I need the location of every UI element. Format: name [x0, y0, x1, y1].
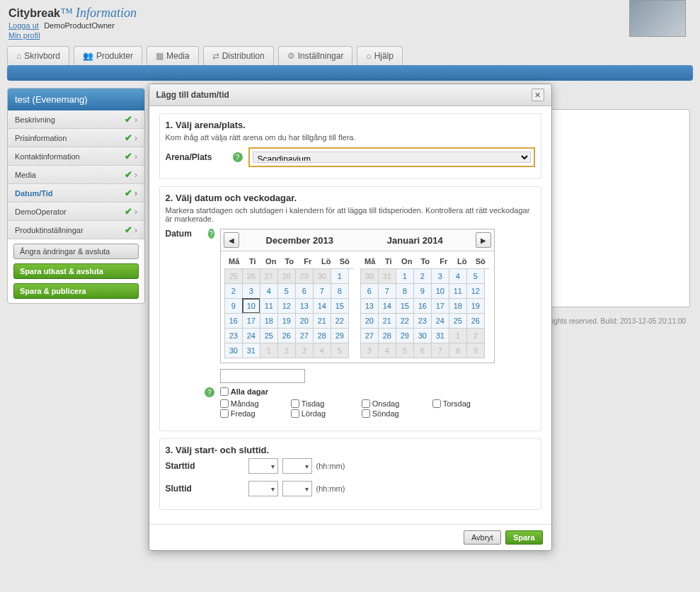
main-tabs: ⌂Skrivbord👥Produkter▦Media⇄Distribution⚙… [0, 43, 700, 65]
calendar-day[interactable]: 10 [242, 298, 260, 314]
tab-hjälp[interactable]: ⌂Hjälp [357, 46, 403, 65]
calendar-day[interactable]: 2 [224, 283, 243, 299]
calendar-day[interactable]: 11 [449, 283, 467, 299]
calendar-day[interactable]: 16 [224, 313, 243, 328]
calendar-day[interactable]: 12 [277, 298, 296, 314]
weekday-header: Fr [435, 254, 453, 268]
tab-icon: ⚙ [287, 51, 295, 61]
tab-skrivbord[interactable]: ⌂Skrivbord [7, 46, 69, 65]
weekday-header: To [416, 254, 435, 268]
sidebar-item-prisinformation[interactable]: Prisinformation✔› [8, 129, 144, 147]
calendar-day[interactable]: 14 [378, 298, 396, 314]
weekday-header: Må [225, 254, 243, 268]
calendar-day[interactable]: 24 [431, 313, 449, 328]
tab-media[interactable]: ▦Media [147, 46, 199, 65]
sidebar-title: test (Evenemang) [8, 89, 144, 110]
calendar-day[interactable]: 3 [431, 268, 449, 284]
calendar-day[interactable]: 6 [295, 283, 314, 299]
calendar-day[interactable]: 22 [331, 313, 349, 328]
logout-link[interactable]: Logga ut [8, 21, 39, 30]
calendar-day[interactable]: 10 [431, 283, 449, 299]
close-icon[interactable]: ✕ [532, 89, 544, 101]
calendar-day[interactable]: 17 [242, 313, 260, 328]
calendar-day[interactable]: 15 [396, 298, 414, 314]
sidebar-item-beskrivning[interactable]: Beskrivning✔› [8, 110, 144, 129]
calendar-day: 28 [277, 268, 296, 284]
section2-title: 2. Välj datum och veckodagar. [166, 193, 535, 203]
check-icon: ✔ [125, 188, 132, 198]
calendar-day[interactable]: 19 [466, 298, 485, 314]
calendar-next-button[interactable]: ▶ [476, 232, 491, 248]
tab-icon: 👥 [83, 51, 93, 61]
calendar-day[interactable]: 26 [466, 313, 485, 328]
calendar-day[interactable]: 13 [295, 298, 314, 314]
sidebar-item-media[interactable]: Media✔› [8, 166, 144, 184]
calendar-day[interactable]: 21 [313, 313, 331, 328]
profile-link[interactable]: Min profil [8, 31, 40, 40]
sidebar-item-datum-tid[interactable]: Datum/Tid✔› [8, 184, 144, 203]
sidebar-item-kontaktinformation[interactable]: Kontaktinformation✔› [8, 147, 144, 166]
calendar-day[interactable]: 13 [360, 298, 379, 314]
check-icon: ✔ [125, 114, 132, 125]
calendar-day[interactable]: 9 [224, 298, 243, 314]
chevron-right-icon: › [134, 170, 137, 180]
calendar-day[interactable]: 7 [313, 283, 331, 299]
calendar-day[interactable]: 21 [378, 313, 396, 328]
weekday-header: Sö [335, 254, 354, 268]
calendar-day[interactable]: 1 [331, 268, 349, 284]
calendar-day[interactable]: 15 [331, 298, 349, 314]
calendar-day[interactable]: 6 [360, 283, 379, 299]
calendar-day[interactable]: 16 [413, 298, 432, 314]
help-icon[interactable]: ? [233, 152, 243, 162]
calendar-day: 27 [260, 268, 278, 284]
calendar-day[interactable]: 14 [313, 298, 331, 314]
save-publish-button[interactable]: Spara & publicera [13, 283, 139, 299]
save-draft-exit-button[interactable]: Spara utkast & avsluta [13, 263, 139, 279]
check-icon: ✔ [125, 169, 132, 180]
sidebar-item-produktinställningar[interactable]: Produktinställningar✔› [8, 221, 144, 239]
chevron-right-icon: › [134, 207, 137, 217]
calendar-day[interactable]: 5 [277, 283, 296, 299]
sidebar: test (Evenemang) Beskrivning✔›Prisinform… [7, 88, 145, 304]
calendar-day[interactable]: 19 [277, 313, 296, 328]
calendar-day: 30 [360, 268, 379, 284]
weekday-header: Ti [379, 254, 398, 268]
calendar-day[interactable]: 9 [413, 283, 432, 299]
tab-produkter[interactable]: 👥Produkter [74, 46, 142, 65]
calendar-day[interactable]: 7 [378, 283, 396, 299]
calendar-day[interactable]: 18 [260, 313, 278, 328]
tab-distribution[interactable]: ⇄Distribution [203, 46, 274, 65]
arena-select[interactable]: Scandinavium [253, 152, 531, 163]
calendar: ◀ December 2013 Januari 2014 ▶ MåTiOnToF… [220, 229, 495, 328]
calendar-day[interactable]: 17 [431, 298, 449, 314]
section1-title: 1. Välj arena/plats. [166, 120, 535, 130]
calendar-day[interactable]: 25 [449, 313, 467, 328]
calendar-day[interactable]: 20 [360, 313, 379, 328]
calendar-day[interactable]: 8 [331, 283, 349, 299]
tab-icon: ⌂ [366, 51, 371, 61]
tab-inställningar[interactable]: ⚙Inställningar [278, 46, 353, 65]
calendar-day[interactable]: 3 [242, 283, 260, 299]
calendar-day[interactable]: 5 [466, 268, 485, 284]
chevron-right-icon: › [134, 225, 137, 235]
calendar-day[interactable]: 22 [396, 313, 414, 328]
help-icon[interactable]: ? [208, 229, 214, 239]
calendar-day[interactable]: 2 [413, 268, 432, 284]
calendar-day[interactable]: 20 [295, 313, 314, 328]
calendar-day[interactable]: 18 [449, 298, 467, 314]
calendar-day[interactable]: 11 [260, 298, 278, 314]
calendar-day[interactable]: 12 [466, 283, 485, 299]
undo-button[interactable]: Ångra ändringar & avsluta [13, 244, 139, 259]
chevron-right-icon: › [134, 115, 137, 125]
calendar-day[interactable]: 8 [396, 283, 414, 299]
date-label: Datum [166, 229, 208, 239]
calendar-day[interactable]: 4 [260, 283, 278, 299]
calendar-day[interactable]: 1 [396, 268, 414, 284]
check-icon: ✔ [125, 224, 132, 235]
calendar-day[interactable]: 4 [449, 268, 467, 284]
sidebar-item-demooperator[interactable]: DemoOperator✔› [8, 203, 144, 221]
dialog-title: Lägg till datum/tid [156, 90, 229, 100]
weekday-header: On [262, 254, 280, 268]
calendar-prev-button[interactable]: ◀ [224, 232, 239, 248]
calendar-day[interactable]: 23 [413, 313, 432, 328]
